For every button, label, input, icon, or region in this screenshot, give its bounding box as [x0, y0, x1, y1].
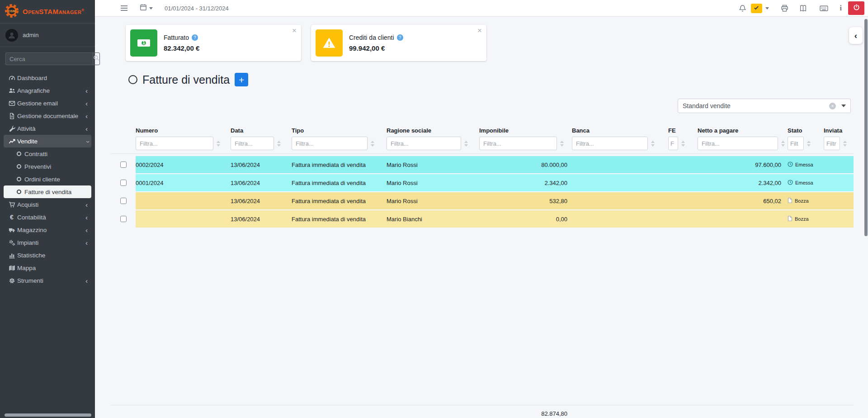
user-panel[interactable]: admin — [0, 24, 95, 47]
chevron-left-icon: ‹ — [85, 227, 89, 233]
sidebar-item-strumenti[interactable]: Strumenti ‹ — [4, 274, 91, 287]
close-icon[interactable]: × — [292, 27, 297, 34]
search-input[interactable] — [5, 52, 93, 65]
info-icon[interactable]: i — [840, 4, 842, 12]
brand-link[interactable]: OSM OpenSTAManager® — [0, 0, 95, 24]
logout-power-button[interactable] — [848, 1, 864, 15]
draft-file-icon — [788, 198, 793, 204]
sort-arrows[interactable] — [681, 141, 685, 147]
docs-book-icon[interactable] — [799, 5, 807, 12]
top-navbar: 01/01/2024 - 31/12/2024 i — [95, 0, 868, 17]
sort-arrows[interactable] — [371, 141, 374, 147]
chart-line-icon — [6, 138, 17, 145]
sidebar-item-vendite[interactable]: Vendite ‹ — [4, 135, 91, 147]
print-template-select[interactable]: Standard vendite × — [678, 99, 851, 113]
gear-icon — [6, 277, 17, 284]
column-header-banca: Banca — [572, 127, 668, 135]
column-header-netto-a-pagare: Netto a pagare — [698, 127, 788, 135]
widgets-panel-toggle[interactable]: ‹ — [849, 27, 863, 44]
close-icon[interactable]: × — [477, 27, 482, 34]
filter-tipo-input[interactable] — [292, 137, 368, 150]
print-icon[interactable] — [781, 5, 788, 12]
sidebar-item-ordini-cliente[interactable]: Ordini cliente — [4, 173, 91, 185]
card-fatturato: 1 Fatturato ? 82.342,00 € × — [126, 25, 301, 61]
sidebar-item-preventivi[interactable]: Preventivi — [4, 160, 91, 173]
circle-icon — [14, 164, 24, 169]
filter-stato-input[interactable] — [788, 137, 804, 150]
sidebar-item-impianti[interactable]: Impianti ‹ — [4, 236, 91, 249]
cell-stato: Emessa — [788, 156, 824, 173]
filter-banca-input[interactable] — [572, 137, 648, 150]
cell-inviata — [824, 156, 854, 173]
row-checkbox[interactable] — [120, 216, 127, 222]
page-header: Fatture di vendita + — [128, 73, 248, 86]
user-name: admin — [23, 32, 38, 38]
vertical-scrollbar[interactable] — [864, 19, 868, 236]
cell-ragione-sociale: Mario Bianchi — [387, 210, 479, 228]
sidebar-item-statistiche[interactable]: Statistiche — [4, 249, 91, 261]
sort-arrows[interactable] — [843, 141, 847, 147]
sidebar-item-attivita[interactable]: Attività ‹ — [4, 122, 91, 135]
chevron-left-icon: ‹ — [85, 125, 89, 132]
circle-icon — [14, 190, 24, 194]
cell-ragione-sociale: Mario Rossi — [387, 192, 479, 209]
help-icon[interactable]: ? — [397, 34, 403, 41]
cell-netto-a-pagare: 650,02 — [698, 192, 788, 209]
filter-netto-input[interactable] — [698, 137, 778, 150]
sidebar-item-acquisti[interactable]: Acquisti ‹ — [4, 198, 91, 211]
table-row[interactable]: 0001/2024 13/06/2024 Fattura immediata d… — [111, 174, 854, 191]
filter-imponibile-input[interactable] — [479, 137, 557, 150]
filter-data-input[interactable] — [231, 137, 274, 150]
date-range[interactable]: 01/01/2024 - 31/12/2024 — [165, 5, 229, 12]
cell-data: 13/06/2024 — [231, 192, 292, 209]
sidebar-item-contratti[interactable]: Contratti — [4, 147, 91, 160]
power-icon — [853, 4, 860, 13]
cell-netto-a-pagare — [698, 210, 788, 228]
search-button[interactable] — [93, 52, 100, 65]
sidebar-item-gestione-email[interactable]: Gestione email ‹ — [4, 97, 91, 109]
users-icon — [6, 87, 17, 94]
table-row[interactable]: 13/06/2024 Fattura immediata di vendita … — [111, 210, 854, 228]
sidebar-item-magazzino[interactable]: Magazzino ‹ — [4, 223, 91, 236]
filter-fe-input[interactable] — [668, 137, 678, 150]
check-icon — [754, 4, 759, 12]
row-checkbox[interactable] — [120, 198, 127, 204]
sidebar-horizontal-scrollbar[interactable] — [5, 413, 91, 417]
cell-numero — [136, 192, 231, 209]
table-row[interactable]: 0002/2024 13/06/2024 Fattura immediata d… — [111, 156, 854, 173]
help-icon[interactable]: ? — [192, 34, 198, 41]
sort-arrows[interactable] — [560, 141, 564, 147]
svg-text:1: 1 — [142, 40, 145, 45]
hamburger-menu-icon[interactable] — [120, 5, 128, 11]
sort-arrows[interactable] — [807, 141, 811, 147]
sort-arrows[interactable] — [651, 141, 655, 147]
sidebar-item-gestione-documentale[interactable]: Gestione documentale ‹ — [4, 109, 91, 122]
sidebar-item-fatture-di-vendita[interactable]: Fatture di vendita — [4, 185, 91, 198]
sort-arrows[interactable] — [277, 141, 281, 147]
sidebar-item-anagrafiche[interactable]: Anagrafiche ‹ — [4, 84, 91, 97]
sort-arrows[interactable] — [781, 141, 785, 147]
row-checkbox[interactable] — [120, 180, 127, 186]
notifications-bell-icon[interactable] — [739, 5, 746, 12]
keyboard-shortcuts-icon[interactable] — [820, 5, 828, 12]
caret-down-icon[interactable] — [765, 7, 769, 10]
sort-arrows[interactable] — [217, 141, 220, 147]
cell-netto-a-pagare: 2.342,00 — [698, 174, 788, 191]
row-checkbox[interactable] — [120, 162, 127, 168]
clear-selection-icon[interactable]: × — [829, 103, 836, 109]
table-row[interactable]: 13/06/2024 Fattura immediata di vendita … — [111, 192, 854, 209]
filter-ragione-sociale-input[interactable] — [387, 137, 461, 150]
filter-numero-input[interactable] — [136, 137, 213, 150]
tasks-check-button[interactable] — [751, 4, 762, 13]
cell-imponibile: 0,00 — [479, 210, 572, 228]
add-invoice-button[interactable]: + — [235, 73, 248, 86]
sidebar-item-mappa[interactable]: Mappa — [4, 261, 91, 274]
calendar-button[interactable] — [140, 4, 153, 13]
filter-inviata-input[interactable] — [824, 137, 840, 150]
sort-arrows[interactable] — [464, 141, 468, 147]
sidebar-item-dashboard[interactable]: Dashboard — [4, 71, 91, 84]
card-value: 99.942,00 € — [349, 44, 403, 52]
dashboard-icon — [6, 75, 17, 81]
sidebar-item-contabilita[interactable]: € Contabilità ‹ — [4, 211, 91, 223]
column-header-ragione-sociale: Ragione sociale — [387, 127, 479, 135]
